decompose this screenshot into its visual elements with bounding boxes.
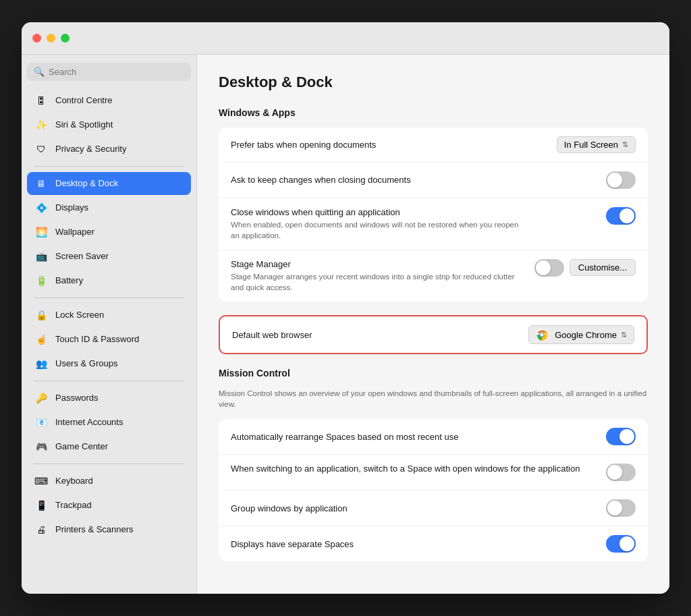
- close-windows-label: Close windows when quitting an applicati…: [231, 207, 606, 217]
- internet-accounts-icon: 📧: [34, 415, 49, 430]
- sidebar-item-wallpaper[interactable]: 🌅 Wallpaper: [27, 221, 191, 244]
- stage-manager-label: Stage Manager: [231, 259, 534, 269]
- sidebar-item-label: Screen Saver: [55, 251, 109, 261]
- sidebar-item-screen-saver[interactable]: 📺 Screen Saver: [27, 245, 191, 268]
- screen-saver-icon: 📺: [34, 249, 49, 264]
- toggle-knob: [607, 465, 622, 480]
- sidebar-item-label: Game Center: [55, 441, 108, 451]
- sidebar-item-label: Privacy & Security: [55, 144, 126, 154]
- auto-rearrange-row: Automatically rearrange Spaces based on …: [219, 419, 648, 455]
- mission-control-section: Mission Control Mission Control shows an…: [219, 368, 648, 561]
- sidebar-item-internet-accounts[interactable]: 📧 Internet Accounts: [27, 411, 191, 434]
- keyboard-icon: ⌨: [34, 474, 49, 488]
- sidebar-item-label: Internet Accounts: [55, 417, 123, 427]
- fullscreen-button[interactable]: [61, 34, 70, 43]
- switch-space-row: When switching to an application, switch…: [219, 455, 648, 491]
- sidebar-item-label: Desktop & Dock: [55, 178, 118, 188]
- sidebar-item-passwords[interactable]: 🔑 Passwords: [27, 387, 191, 410]
- sidebar-item-displays[interactable]: 💠 Displays: [27, 196, 191, 219]
- chevron-updown-icon: ⇅: [622, 140, 628, 149]
- sidebar-item-desktop-dock[interactable]: 🖥 Desktop & Dock: [27, 172, 191, 195]
- sidebar-item-label: Battery: [55, 275, 83, 285]
- sidebar-item-keyboard[interactable]: ⌨ Keyboard: [27, 470, 191, 493]
- sidebar-item-users-groups[interactable]: 👥 Users & Groups: [27, 352, 191, 375]
- sidebar-item-printers-scanners[interactable]: 🖨 Printers & Scanners: [27, 518, 191, 541]
- wallpaper-icon: 🌅: [34, 225, 49, 240]
- control-centre-icon: 🎛: [34, 93, 49, 108]
- switch-space-toggle[interactable]: [606, 464, 636, 481]
- switch-space-label: When switching to an application, switch…: [231, 464, 606, 474]
- customize-button[interactable]: Customise...: [570, 259, 636, 276]
- sidebar-divider: [34, 464, 184, 464]
- stage-manager-left: Stage Manager Stage Manager arranges you…: [231, 259, 534, 293]
- minimize-button[interactable]: [47, 34, 55, 43]
- default-browser-label: Default web browser: [232, 330, 312, 340]
- touch-id-icon: ☝️: [34, 332, 49, 347]
- sidebar-divider: [34, 381, 184, 381]
- search-bar[interactable]: 🔍: [27, 63, 191, 81]
- sidebar-item-siri-spotlight[interactable]: ✨ Siri & Spotlight: [27, 113, 191, 136]
- sidebar-item-touch-id[interactable]: ☝️ Touch ID & Password: [27, 328, 191, 351]
- mission-control-desc: Mission Control shows an overview of you…: [219, 388, 648, 410]
- prefer-tabs-value: In Full Screen: [564, 140, 618, 150]
- mission-control-title: Mission Control: [219, 368, 648, 379]
- close-windows-sublabel: When enabled, open documents and windows…: [231, 219, 521, 241]
- auto-rearrange-toggle[interactable]: [606, 428, 636, 445]
- sidebar-item-label: Users & Groups: [55, 358, 117, 368]
- prefer-tabs-select[interactable]: In Full Screen ⇅: [557, 136, 636, 153]
- prefer-tabs-row: Prefer tabs when opening documents In Fu…: [219, 128, 648, 163]
- sidebar-item-control-centre[interactable]: 🎛 Control Centre: [27, 89, 191, 112]
- sidebar-item-lock-screen[interactable]: 🔒 Lock Screen: [27, 304, 191, 327]
- close-windows-toggle[interactable]: [606, 207, 636, 225]
- search-icon: 🔍: [34, 67, 45, 77]
- toggle-knob: [607, 173, 622, 188]
- sidebar-item-game-center[interactable]: 🎮 Game Center: [27, 435, 191, 458]
- sidebar-item-battery[interactable]: 🔋 Battery: [27, 269, 191, 292]
- group-windows-toggle[interactable]: [606, 499, 636, 517]
- toggle-knob: [619, 429, 634, 444]
- trackpad-icon: 📱: [34, 498, 49, 513]
- svg-point-2: [541, 333, 544, 337]
- window-content: 🔍 🎛 Control Centre ✨ Siri & Spotlight 🛡 …: [22, 55, 669, 594]
- battery-icon: 🔋: [34, 273, 49, 288]
- close-windows-left: Close windows when quitting an applicati…: [231, 207, 606, 241]
- sidebar-item-label: Passwords: [55, 393, 99, 403]
- sidebar-divider: [34, 298, 184, 298]
- displays-separate-label: Displays have separate Spaces: [231, 539, 354, 549]
- sidebar-item-label: Control Centre: [55, 95, 113, 105]
- system-preferences-window: 🔍 🎛 Control Centre ✨ Siri & Spotlight 🛡 …: [22, 22, 669, 594]
- displays-separate-row: Displays have separate Spaces: [219, 526, 648, 561]
- sidebar-item-label: Printers & Scanners: [55, 524, 134, 534]
- ask-keep-changes-toggle[interactable]: [606, 171, 636, 189]
- search-input[interactable]: [49, 67, 184, 77]
- toggle-knob: [619, 536, 634, 551]
- displays-separate-toggle[interactable]: [606, 535, 636, 553]
- ask-keep-changes-label: Ask to keep changes when closing documen…: [231, 175, 411, 185]
- toggle-knob: [536, 260, 551, 275]
- traffic-lights: [32, 34, 70, 43]
- sidebar-item-trackpad[interactable]: 📱 Trackpad: [27, 494, 191, 517]
- mission-control-group: Automatically rearrange Spaces based on …: [219, 419, 648, 561]
- sidebar-item-label: Displays: [55, 202, 88, 213]
- close-windows-row: Close windows when quitting an applicati…: [219, 198, 648, 250]
- page-title: Desktop & Dock: [219, 74, 648, 91]
- stage-manager-row: Stage Manager Stage Manager arranges you…: [219, 250, 648, 302]
- main-content: Desktop & Dock Windows & Apps Prefer tab…: [197, 55, 669, 594]
- passwords-icon: 🔑: [34, 391, 49, 405]
- stage-manager-toggle[interactable]: [534, 259, 564, 277]
- close-button[interactable]: [32, 34, 41, 43]
- auto-rearrange-label: Automatically rearrange Spaces based on …: [231, 432, 458, 442]
- sidebar-divider: [34, 166, 184, 167]
- prefer-tabs-label: Prefer tabs when opening documents: [231, 140, 376, 150]
- chevron-updown-icon: ⇅: [621, 331, 627, 339]
- printers-scanners-icon: 🖨: [34, 522, 49, 537]
- users-groups-icon: 👥: [34, 356, 49, 371]
- sidebar-item-label: Lock Screen: [55, 310, 104, 320]
- game-center-icon: 🎮: [34, 439, 49, 454]
- titlebar: [22, 22, 669, 55]
- default-browser-select[interactable]: Google Chrome ⇅: [528, 325, 634, 344]
- chrome-icon: [536, 329, 548, 341]
- sidebar-item-privacy-security[interactable]: 🛡 Privacy & Security: [27, 138, 191, 161]
- windows-apps-section-title: Windows & Apps: [219, 107, 648, 118]
- sidebar-item-label: Touch ID & Password: [55, 334, 139, 344]
